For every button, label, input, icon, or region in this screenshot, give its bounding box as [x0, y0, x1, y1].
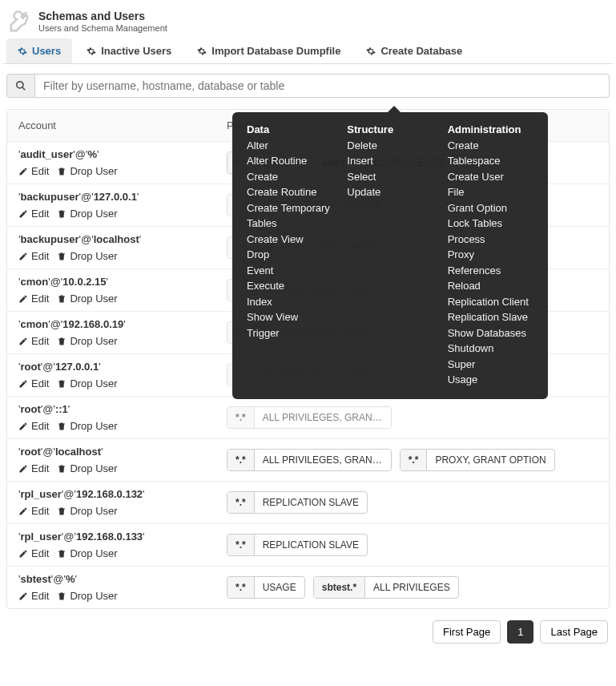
- popover-item: Show Databases: [448, 325, 533, 341]
- edit-label: Edit: [31, 250, 49, 262]
- privilege-list: REPLICATION SLAVE: [255, 492, 367, 513]
- pencil-icon: [18, 337, 28, 346]
- pencil-icon: [18, 294, 28, 304]
- edit-label: Edit: [31, 462, 49, 474]
- drop-user[interactable]: Drop User: [57, 250, 117, 262]
- table-row: 'rpl_user'@'192.168.0.133'EditDrop User*…: [7, 524, 609, 567]
- trash-icon: [57, 422, 66, 431]
- popover-item: Shutdown: [448, 341, 533, 357]
- popover-item: Super: [448, 357, 533, 373]
- edit-user[interactable]: Edit: [18, 547, 49, 559]
- edit-label: Edit: [31, 547, 49, 559]
- privileges-cell: *.*REPLICATION SLAVE: [215, 482, 609, 523]
- privilege-badge[interactable]: *.*ALL PRIVILEGES, GRANT …: [227, 449, 392, 471]
- edit-user[interactable]: Edit: [18, 335, 49, 347]
- drop-label: Drop User: [70, 293, 117, 305]
- popover-heading: Structure: [347, 122, 433, 138]
- privilege-badge[interactable]: *.*PROXY, GRANT OPTION: [400, 449, 555, 471]
- tab-label: Users: [32, 45, 61, 57]
- drop-user[interactable]: Drop User: [57, 505, 117, 517]
- privilege-badge[interactable]: sbtest.*ALL PRIVILEGES: [313, 576, 459, 599]
- page-header: Schemas and Users Users and Schema Manag…: [3, 3, 613, 35]
- pencil-icon: [18, 549, 28, 559]
- account-cell: 'root'@'::1'EditDrop User: [7, 397, 215, 438]
- pencil-icon: [18, 252, 28, 261]
- drop-user[interactable]: Drop User: [57, 208, 117, 220]
- popover-heading: Administration: [448, 122, 533, 138]
- edit-user[interactable]: Edit: [18, 420, 49, 432]
- popover-heading: Data: [247, 122, 332, 138]
- svg-line-1: [22, 87, 26, 91]
- privileges-cell: *.*REPLICATION SLAVE: [215, 524, 609, 566]
- pager-page[interactable]: 1: [507, 620, 533, 644]
- popover-item: Usage: [448, 372, 533, 388]
- account-name: 'backupuser'@'localhost': [18, 233, 204, 245]
- trash-icon: [57, 591, 66, 601]
- popover-item: Select: [347, 169, 433, 185]
- filter-input[interactable]: [35, 74, 610, 98]
- edit-label: Edit: [31, 335, 49, 347]
- edit-user[interactable]: Edit: [18, 293, 49, 305]
- privilege-badge[interactable]: *.*REPLICATION SLAVE: [227, 491, 368, 514]
- svg-point-0: [17, 82, 23, 88]
- privilege-badge[interactable]: *.*REPLICATION SLAVE: [227, 534, 368, 556]
- page-subtitle: Users and Schema Management: [38, 23, 167, 33]
- tab-import-database-dumpfile[interactable]: Import Database Dumpfile: [186, 38, 352, 63]
- drop-user[interactable]: Drop User: [57, 420, 117, 432]
- drop-label: Drop User: [70, 208, 117, 220]
- account-cell: 'rpl_user'@'192.168.0.132'EditDrop User: [7, 482, 215, 523]
- pencil-icon: [18, 464, 28, 474]
- privilege-scope: *.*: [227, 535, 255, 555]
- edit-label: Edit: [31, 420, 49, 432]
- popover-item: Lock Tables: [448, 216, 533, 232]
- edit-label: Edit: [31, 165, 49, 177]
- popover-item: Event: [247, 263, 332, 279]
- drop-label: Drop User: [70, 547, 117, 559]
- popover-item: Replication Slave: [448, 309, 533, 325]
- privilege-badge[interactable]: *.*ALL PRIVILEGES, GRANT …: [227, 406, 392, 429]
- privilege-list: ALL PRIVILEGES: [365, 577, 458, 598]
- tabs: UsersInactive UsersImport Database Dumpf…: [3, 35, 613, 64]
- account-cell: 'root'@'127.0.0.1'EditDrop User: [7, 354, 215, 396]
- privilege-badge[interactable]: *.*USAGE: [227, 576, 305, 599]
- filter-row: [3, 64, 613, 106]
- popover-item: Alter: [247, 138, 332, 154]
- edit-user[interactable]: Edit: [18, 165, 49, 177]
- pencil-icon: [18, 379, 28, 389]
- tab-inactive-users[interactable]: Inactive Users: [75, 38, 183, 63]
- popover-item: Show View: [247, 309, 332, 325]
- wrench-icon: [8, 10, 32, 34]
- drop-user[interactable]: Drop User: [57, 165, 117, 177]
- popover-item: Create Tablespace: [448, 138, 533, 169]
- edit-user[interactable]: Edit: [18, 208, 49, 220]
- account-name: 'audit_user'@'%': [18, 148, 204, 160]
- gear-icon: [197, 46, 207, 56]
- privilege-scope: sbtest.*: [314, 577, 365, 598]
- trash-icon: [57, 379, 66, 389]
- drop-user[interactable]: Drop User: [57, 293, 117, 305]
- account-name: 'root'@'localhost': [18, 446, 204, 458]
- edit-user[interactable]: Edit: [18, 590, 49, 602]
- edit-user[interactable]: Edit: [18, 462, 49, 474]
- pager-first[interactable]: First Page: [433, 620, 501, 644]
- edit-user[interactable]: Edit: [18, 377, 49, 389]
- pager-last[interactable]: Last Page: [540, 620, 608, 644]
- edit-user[interactable]: Edit: [18, 505, 49, 517]
- drop-user[interactable]: Drop User: [57, 462, 117, 474]
- drop-label: Drop User: [70, 462, 117, 474]
- privilege-list: ALL PRIVILEGES, GRANT …: [255, 450, 391, 470]
- tab-create-database[interactable]: Create Database: [355, 38, 473, 63]
- search-icon: [15, 80, 26, 91]
- drop-user[interactable]: Drop User: [57, 590, 117, 602]
- page-title: Schemas and Users: [38, 10, 167, 23]
- edit-label: Edit: [31, 377, 49, 389]
- drop-user[interactable]: Drop User: [57, 377, 117, 389]
- drop-user[interactable]: Drop User: [57, 335, 117, 347]
- gear-icon: [87, 46, 96, 56]
- popover-item: Replication Client: [448, 294, 533, 310]
- edit-user[interactable]: Edit: [18, 250, 49, 262]
- popover-item: Process: [448, 232, 533, 248]
- tab-users[interactable]: Users: [6, 38, 72, 63]
- drop-user[interactable]: Drop User: [57, 547, 117, 559]
- search-button[interactable]: [6, 74, 35, 98]
